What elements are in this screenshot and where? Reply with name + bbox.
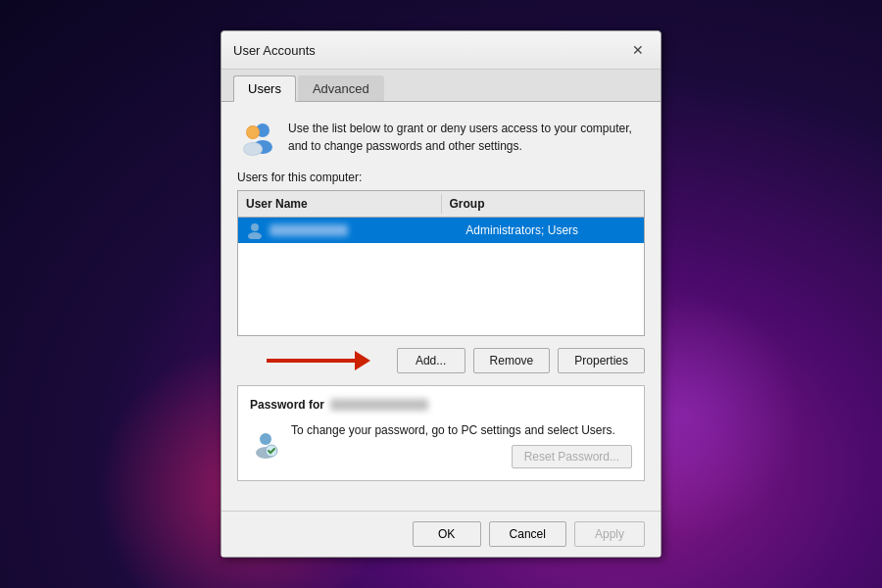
arrow-head	[355, 351, 370, 370]
row-user-icon	[246, 221, 264, 239]
remove-button[interactable]: Remove	[473, 348, 551, 373]
svg-point-8	[260, 433, 271, 445]
add-button[interactable]: Add...	[397, 348, 466, 373]
cell-group: Administrators; Users	[458, 220, 644, 241]
users-section-label: Users for this computer:	[237, 171, 645, 184]
password-content: To change your password, go to PC settin…	[250, 421, 632, 468]
arrow-indicator	[267, 359, 355, 363]
svg-point-4	[247, 126, 259, 138]
password-username	[330, 399, 428, 411]
password-inner: To change your password, go to PC settin…	[291, 421, 632, 468]
user-accounts-dialog: User Accounts ✕ Users Advanced Use	[220, 30, 662, 558]
cancel-button[interactable]: Cancel	[489, 521, 566, 547]
properties-button[interactable]: Properties	[558, 348, 645, 373]
table-row[interactable]: Administrators; Users	[238, 218, 644, 243]
column-username: User Name	[238, 194, 442, 214]
users-table: User Name Group Administrators; Users	[237, 190, 645, 336]
tab-advanced[interactable]: Advanced	[298, 75, 384, 101]
arrow-shaft	[267, 359, 355, 363]
close-button[interactable]: ✕	[627, 39, 649, 61]
svg-point-6	[251, 223, 259, 231]
apply-button: Apply	[574, 521, 645, 547]
cell-username	[238, 218, 458, 243]
table-body: Administrators; Users	[238, 218, 644, 335]
reset-password-button: Reset Password...	[512, 445, 632, 468]
password-icon	[250, 429, 281, 461]
ok-button[interactable]: OK	[413, 521, 481, 547]
dialog-footer: OK Cancel Apply	[221, 511, 661, 557]
username-value	[270, 224, 348, 236]
tab-users[interactable]: Users	[233, 75, 296, 102]
password-section: Password for To change your password, go…	[237, 385, 645, 481]
svg-point-5	[244, 143, 262, 155]
title-bar: User Accounts ✕	[221, 31, 661, 70]
tab-bar: Users Advanced	[221, 70, 661, 102]
action-buttons: Add... Remove Properties	[237, 348, 645, 373]
info-section: Use the list below to grant or deny user…	[237, 118, 645, 157]
dialog-body: Use the list below to grant or deny user…	[221, 102, 661, 511]
password-label: Password for	[250, 398, 632, 412]
users-icon	[237, 118, 276, 157]
table-header: User Name Group	[238, 191, 644, 218]
svg-point-7	[248, 232, 262, 239]
dialog-title: User Accounts	[233, 43, 316, 58]
password-text: To change your password, go to PC settin…	[291, 421, 632, 439]
column-group: Group	[442, 194, 645, 214]
info-text: Use the list below to grant or deny user…	[288, 120, 645, 155]
